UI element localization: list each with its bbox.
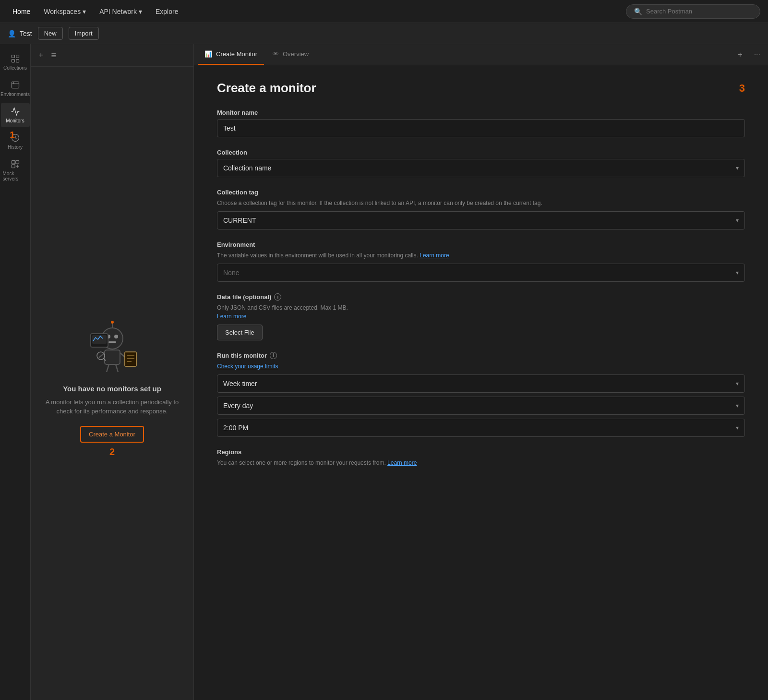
check-usage-link[interactable]: Check your usage limits bbox=[217, 363, 278, 370]
add-monitor-button[interactable]: + bbox=[36, 49, 46, 61]
collection-group: Collection Collection name ▾ bbox=[217, 149, 745, 177]
svg-rect-1 bbox=[16, 55, 19, 58]
empty-state-description: A monitor lets you run a collection peri… bbox=[42, 398, 182, 416]
time-chevron-icon: ▾ bbox=[736, 424, 739, 431]
svg-rect-10 bbox=[12, 165, 15, 168]
left-panel-header: + ≡ bbox=[31, 44, 193, 67]
sidebar-item-monitors[interactable]: Monitors bbox=[1, 103, 30, 127]
mock-icon bbox=[11, 159, 20, 169]
import-button[interactable]: Import bbox=[69, 27, 99, 40]
collection-select-value: Collection name bbox=[223, 164, 271, 172]
svg-rect-16 bbox=[108, 341, 116, 343]
week-timer-select[interactable]: Week timer ▾ bbox=[217, 374, 745, 393]
environment-chevron-icon: ▾ bbox=[736, 269, 739, 276]
collections-icon bbox=[11, 54, 20, 63]
left-panel: 1 + ≡ bbox=[31, 44, 194, 700]
select-file-button[interactable]: Select File bbox=[217, 325, 263, 340]
regions-learn-more-link[interactable]: Learn more bbox=[387, 459, 417, 466]
workspace-bar: 👤 Test New Import bbox=[0, 23, 768, 44]
create-monitor-button[interactable]: Create a Monitor bbox=[80, 426, 144, 443]
data-file-desc-text: Only JSON and CSV files are accepted. Ma… bbox=[217, 304, 348, 311]
workspaces-chevron-icon: ▾ bbox=[83, 8, 86, 15]
nav-api-network[interactable]: API Network ▾ bbox=[95, 5, 147, 18]
every-day-select[interactable]: Every day ▾ bbox=[217, 397, 745, 415]
svg-point-15 bbox=[114, 335, 118, 338]
api-network-label: API Network bbox=[99, 8, 137, 15]
sidebar-item-history[interactable]: History bbox=[1, 129, 30, 154]
workspace-name-label: Test bbox=[20, 30, 32, 37]
regions-description: You can select one or more regions to mo… bbox=[217, 459, 745, 467]
svg-rect-4 bbox=[12, 82, 19, 88]
svg-line-22 bbox=[107, 364, 109, 372]
collection-tag-chevron-icon: ▾ bbox=[736, 217, 739, 224]
user-avatar-icon: 👤 bbox=[8, 30, 16, 37]
collection-tag-select[interactable]: CURRENT ▾ bbox=[217, 211, 745, 229]
nav-home[interactable]: Home bbox=[8, 5, 35, 18]
data-file-description: Only JSON and CSV files are accepted. Ma… bbox=[217, 303, 745, 321]
search-bar[interactable]: 🔍 bbox=[626, 4, 760, 19]
collection-label: Collection bbox=[217, 149, 745, 156]
environment-select[interactable]: None ▾ bbox=[217, 264, 745, 282]
top-navigation: Home Workspaces ▾ API Network ▾ Explore … bbox=[0, 0, 768, 23]
environments-label: Environments bbox=[0, 92, 30, 97]
monitor-name-input[interactable] bbox=[217, 119, 745, 137]
environment-desc-text: The variable values in this environment … bbox=[217, 252, 418, 259]
run-monitor-info-icon[interactable]: i bbox=[270, 352, 277, 359]
collection-tag-description: Choose a collection tag for this monitor… bbox=[217, 199, 745, 207]
empty-illustration bbox=[79, 310, 146, 377]
every-day-chevron-icon: ▾ bbox=[736, 402, 739, 409]
sidebar-item-mock[interactable]: Mock servers bbox=[1, 156, 30, 185]
tab-overview-label: Overview bbox=[283, 50, 309, 58]
new-button[interactable]: New bbox=[38, 27, 63, 40]
right-panel: 📊 Create Monitor 👁 Overview + ··· Create… bbox=[194, 44, 768, 700]
history-label: History bbox=[8, 145, 23, 150]
form-title: Create a monitor bbox=[217, 81, 316, 96]
svg-rect-19 bbox=[105, 350, 120, 364]
monitors-icon bbox=[11, 107, 20, 116]
run-monitor-group: Run this monitor i Check your usage limi… bbox=[217, 352, 745, 437]
data-file-info-icon[interactable]: i bbox=[274, 293, 281, 301]
left-panel-empty: You have no monitors set up A monitor le… bbox=[31, 67, 193, 700]
run-monitor-desc: Check your usage limits bbox=[217, 362, 745, 371]
svg-rect-3 bbox=[16, 60, 19, 62]
sidebar-item-environments[interactable]: Environments bbox=[1, 76, 30, 101]
collection-select[interactable]: Collection name ▾ bbox=[217, 159, 745, 177]
week-timer-chevron-icon: ▾ bbox=[736, 380, 739, 387]
sidebar-icons: Collections Environments Monitors Histor… bbox=[0, 44, 31, 700]
regions-label: Regions bbox=[217, 448, 745, 456]
filter-button[interactable]: ≡ bbox=[49, 49, 59, 61]
collections-label: Collections bbox=[3, 65, 27, 71]
svg-rect-24 bbox=[125, 352, 136, 366]
regions-desc-text: You can select one or more regions to mo… bbox=[217, 459, 386, 466]
workspaces-label: Workspaces bbox=[44, 8, 81, 15]
form-badge: 3 bbox=[739, 82, 745, 95]
data-file-learn-more-link[interactable]: Learn more bbox=[217, 313, 246, 320]
environment-select-value: None bbox=[223, 269, 239, 277]
run-monitor-label-text: Run this monitor bbox=[217, 352, 267, 359]
svg-point-18 bbox=[111, 321, 114, 324]
svg-rect-2 bbox=[12, 60, 14, 62]
nav-explore[interactable]: Explore bbox=[151, 5, 183, 18]
monitors-label: Monitors bbox=[6, 118, 24, 123]
empty-state-title: You have no monitors set up bbox=[63, 385, 161, 393]
every-day-value: Every day bbox=[223, 402, 253, 410]
form-header: Create a monitor 3 bbox=[217, 81, 745, 96]
time-select[interactable]: 2:00 PM ▾ bbox=[217, 419, 745, 437]
tab-actions: + ··· bbox=[734, 48, 764, 61]
environment-learn-more-link[interactable]: Learn more bbox=[420, 252, 449, 259]
tab-create-monitor-label: Create Monitor bbox=[216, 50, 257, 58]
search-input[interactable] bbox=[646, 8, 752, 15]
tab-create-monitor[interactable]: 📊 Create Monitor bbox=[198, 44, 264, 65]
environment-label: Environment bbox=[217, 241, 745, 248]
tab-overview[interactable]: 👁 Overview bbox=[266, 44, 315, 65]
badge-1: 1 bbox=[10, 130, 15, 141]
tab-create-monitor-icon: 📊 bbox=[204, 50, 212, 58]
sidebar-item-collections[interactable]: Collections bbox=[1, 50, 30, 74]
add-tab-button[interactable]: + bbox=[734, 48, 746, 61]
tab-bar: 📊 Create Monitor 👁 Overview + ··· bbox=[194, 44, 768, 65]
mock-label: Mock servers bbox=[3, 171, 28, 181]
nav-workspaces[interactable]: Workspaces ▾ bbox=[39, 5, 91, 18]
more-tabs-button[interactable]: ··· bbox=[750, 48, 764, 61]
workspace-identity: 👤 Test bbox=[8, 30, 32, 37]
search-icon: 🔍 bbox=[634, 8, 642, 15]
